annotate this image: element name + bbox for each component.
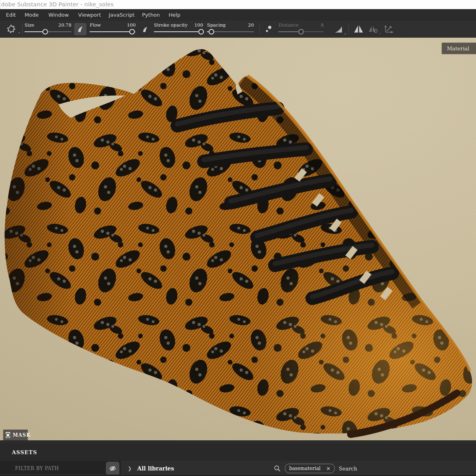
size-slider-knob[interactable]	[42, 29, 48, 35]
flow-slider-group: Flow 100	[90, 22, 136, 36]
falloff-curve-icon[interactable]: ⌄	[332, 23, 345, 35]
window-title: dobe Substance 3D Painter - nike_soles	[1, 1, 113, 8]
menu-mode[interactable]: Mode	[25, 12, 38, 18]
menu-python[interactable]: Python	[142, 12, 160, 18]
size-slider-group: Size 20.78	[25, 22, 71, 36]
stroke-opacity-value[interactable]: 100	[194, 22, 203, 29]
spacing-slider-knob[interactable]	[209, 29, 214, 35]
spacing-value[interactable]: 20	[248, 22, 254, 29]
separator	[22, 24, 23, 35]
menu-edit[interactable]: Edit	[6, 12, 16, 18]
brush-tip-icon[interactable]	[74, 23, 86, 35]
menu-javascript[interactable]: JavaScript	[109, 12, 134, 18]
stroke-opacity-slider[interactable]	[154, 29, 203, 35]
mask-tab[interactable]: MASK	[3, 430, 28, 440]
menu-viewport[interactable]: Viewport	[78, 12, 101, 18]
stroke-opacity-slider-group: Stroke opacity 100	[154, 22, 203, 36]
menu-bar: Edit Mode Window Viewport JavaScript Pyt…	[0, 9, 476, 21]
flow-slider[interactable]	[90, 29, 136, 35]
mirror-symmetry-icon[interactable]	[353, 24, 365, 34]
chevron-down-icon: ⌄	[378, 31, 381, 35]
clear-tag-x-icon[interactable]: ✕	[326, 466, 330, 471]
symmetry-settings-icon[interactable]: ⌄	[367, 24, 380, 34]
search-input[interactable]: Search	[339, 466, 357, 472]
search-icon	[274, 465, 281, 472]
eye-slash-icon[interactable]	[106, 462, 119, 475]
chevron-down-icon: ⌄	[344, 31, 347, 35]
distance-slider	[278, 29, 324, 35]
transform-icon[interactable]	[383, 24, 395, 34]
brush-tip-icon[interactable]	[140, 24, 151, 35]
spacing-slider-group: Spacing 20	[207, 22, 254, 36]
chevron-right-icon: ❯	[128, 466, 132, 471]
flow-value[interactable]: 100	[127, 22, 136, 29]
shoe-3d-model[interactable]	[0, 38, 476, 440]
separator	[259, 24, 260, 35]
substance-painter-window: dobe Substance 3D Painter - nike_soles E…	[0, 0, 476, 476]
distance-slider-group: Distance 8	[278, 22, 324, 36]
mask-tab-label: MASK	[13, 432, 31, 438]
material-badge-label: Material	[447, 46, 469, 52]
spacing-slider[interactable]	[207, 29, 254, 35]
size-label: Size	[25, 22, 34, 29]
distance-value: 8	[321, 22, 324, 29]
material-badge[interactable]: Material	[441, 42, 476, 54]
stroke-opacity-slider-knob[interactable]	[198, 29, 204, 35]
assets-panel-header[interactable]: ASSETS	[0, 443, 476, 461]
3d-viewport[interactable]: Material MASK	[0, 38, 476, 440]
search-tag-pill[interactable]: basematerial ✕	[285, 464, 335, 473]
distance-slider-knob	[298, 29, 304, 35]
flow-label: Flow	[90, 22, 101, 29]
distance-label: Distance	[278, 22, 299, 29]
stroke-dots-icon[interactable]	[263, 23, 274, 35]
library-breadcrumb[interactable]: ❯ All libraries	[128, 461, 174, 476]
brush-preset-icon[interactable]: ⌄	[4, 23, 18, 35]
separator	[348, 24, 349, 35]
spacing-label: Spacing	[207, 22, 226, 29]
brush-toolbar: ⌄ Size 20.78 Flow 100	[0, 21, 476, 38]
size-value[interactable]: 20.78	[58, 22, 71, 29]
menu-help[interactable]: Help	[169, 12, 180, 18]
filter-by-path-section: FILTER BY PATH	[0, 461, 121, 476]
mask-channel-icon	[6, 432, 10, 438]
panel-bottom-edge	[0, 474, 476, 476]
stroke-opacity-label: Stroke opacity	[154, 22, 188, 29]
assets-title: ASSETS	[12, 449, 37, 455]
assets-filter-row: FILTER BY PATH ❯ All libraries basemater…	[0, 461, 476, 476]
flow-slider-knob[interactable]	[129, 29, 135, 35]
size-slider[interactable]	[25, 29, 71, 35]
chevron-down-icon: ⌄	[17, 30, 21, 34]
filter-by-path-label: FILTER BY PATH	[15, 466, 59, 471]
assets-search: basematerial ✕ Search	[274, 461, 357, 476]
search-tag-text: basematerial	[289, 466, 321, 471]
library-path-label: All libraries	[137, 465, 174, 472]
menu-window[interactable]: Window	[48, 12, 69, 18]
title-bar[interactable]: dobe Substance 3D Painter - nike_soles	[0, 0, 476, 9]
